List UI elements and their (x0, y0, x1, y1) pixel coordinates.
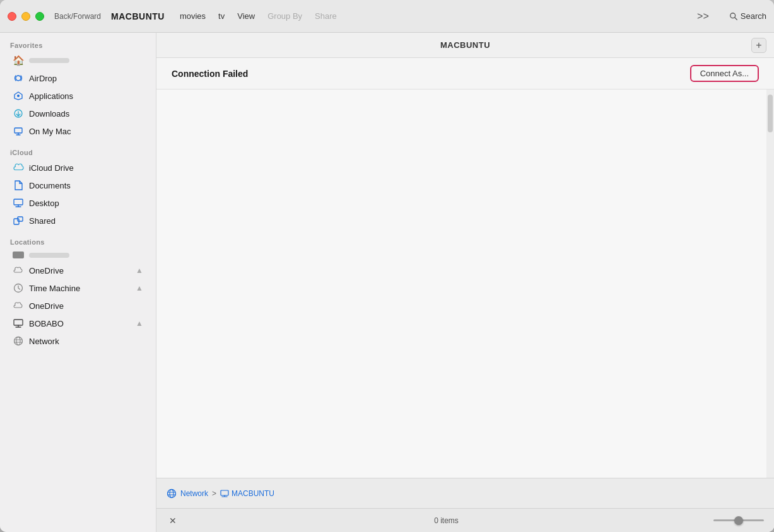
statusbar: Network > MACBUNTU (156, 478, 774, 508)
bobabo-label: BOBABO (29, 319, 131, 328)
breadcrumb-current: MACBUNTU (232, 489, 274, 498)
search-button[interactable]: Search (729, 11, 766, 21)
breadcrumb-separator: > (212, 489, 216, 498)
toolbar-tv[interactable]: tv (218, 11, 225, 21)
sidebar-item-network[interactable]: Network (4, 332, 152, 350)
sidebar-item-time-machine[interactable]: Time Machine ▲ (4, 279, 152, 297)
svg-rect-6 (14, 199, 23, 205)
main-area: Favorites 🏠 AirDrop (0, 33, 774, 532)
sidebar-item-airdrop[interactable]: AirDrop (4, 69, 152, 87)
content-header: MACBUNTU + (156, 33, 774, 58)
scrollbar-thumb[interactable] (768, 95, 773, 132)
applications-label: Applications (29, 91, 143, 101)
svg-rect-5 (15, 128, 22, 133)
toolbar-group-by[interactable]: Group By (267, 11, 302, 21)
network-globe-icon (167, 489, 177, 499)
scrollbar-track[interactable] (766, 90, 774, 478)
onedrive1-icon (13, 265, 24, 276)
sidebar-item-home[interactable]: 🏠 (4, 52, 152, 69)
toolbar-movies[interactable]: movies (180, 11, 206, 21)
search-icon (729, 12, 738, 21)
documents-label: Documents (29, 181, 143, 190)
svg-rect-19 (221, 490, 228, 495)
back-forward-label[interactable]: Back/Forward (54, 12, 101, 21)
connect-as-button[interactable]: Connect As... (690, 65, 759, 82)
shared-icon (13, 215, 24, 226)
add-icon: + (756, 40, 761, 51)
close-x-button[interactable]: ✕ (167, 514, 179, 527)
documents-icon (13, 180, 24, 191)
sidebar-item-on-my-mac[interactable]: On My Mac (4, 122, 152, 140)
onedrive1-eject[interactable]: ▲ (136, 266, 143, 275)
nav-back-forward[interactable]: Back/Forward (54, 12, 101, 21)
content-title: MACBUNTU (440, 40, 490, 50)
onedrive2-label: OneDrive (29, 301, 143, 311)
sidebar: Favorites 🏠 AirDrop (0, 33, 156, 532)
on-my-mac-label: On My Mac (29, 127, 143, 136)
toolbar-more-button[interactable]: >> (697, 11, 709, 22)
desktop-label: Desktop (29, 199, 143, 208)
svg-point-11 (15, 337, 23, 345)
close-button[interactable] (8, 12, 16, 21)
svg-point-2 (16, 76, 21, 81)
connection-failed-text: Connection Failed (172, 69, 690, 79)
airdrop-label: AirDrop (29, 74, 143, 83)
content-body (156, 90, 774, 478)
breadcrumb: Network > MACBUNTU (167, 489, 274, 499)
home-label-pill (29, 58, 69, 63)
disk-label-pill (29, 253, 69, 258)
svg-point-15 (168, 489, 176, 497)
sidebar-item-onedrive2[interactable]: OneDrive (4, 297, 152, 315)
window-title: MACBUNTU (111, 11, 165, 21)
toolbar-share[interactable]: Share (315, 11, 337, 21)
svg-rect-10 (14, 320, 23, 325)
slider-track[interactable] (713, 519, 764, 521)
bobabo-icon (13, 318, 24, 329)
onedrive1-label: OneDrive (29, 266, 131, 275)
icloud-header: iCloud (0, 140, 156, 159)
sidebar-item-shared[interactable]: Shared (4, 212, 152, 229)
onedrive2-icon (13, 300, 24, 311)
toolbar-view[interactable]: View (237, 11, 255, 21)
add-button[interactable]: + (751, 38, 766, 53)
connection-failed-bar: Connection Failed Connect As... (156, 58, 774, 90)
sidebar-item-applications[interactable]: Applications (4, 87, 152, 105)
minimize-button[interactable] (21, 12, 30, 21)
icloud-drive-label: iCloud Drive (29, 163, 143, 173)
network-label: Network (29, 337, 143, 346)
icloud-drive-icon (13, 162, 24, 173)
items-count: 0 items (179, 516, 713, 525)
sidebar-item-downloads[interactable]: Downloads (4, 105, 152, 122)
airdrop-icon (13, 72, 24, 84)
sidebar-item-onedrive1[interactable]: OneDrive ▲ (4, 262, 152, 279)
home-icon: 🏠 (13, 55, 24, 66)
desktop-icon (13, 197, 24, 209)
toolbar-items: movies tv View Group By Share >> Search (180, 11, 766, 22)
traffic-lights (8, 12, 44, 21)
svg-line-1 (735, 17, 737, 20)
shared-label: Shared (29, 216, 143, 226)
sidebar-item-icloud-drive[interactable]: iCloud Drive (4, 159, 152, 176)
breadcrumb-macbuntu: MACBUNTU (220, 489, 274, 498)
svg-point-3 (17, 95, 20, 97)
favorites-header: Favorites (0, 33, 156, 52)
sidebar-item-desktop[interactable]: Desktop (4, 194, 152, 212)
slider-thumb[interactable] (734, 516, 743, 525)
zoom-slider[interactable] (713, 519, 764, 521)
downloads-label: Downloads (29, 109, 143, 119)
time-machine-eject[interactable]: ▲ (136, 284, 143, 292)
sidebar-item-disk[interactable] (4, 248, 152, 262)
downloads-icon (13, 108, 24, 119)
finder-window: Back/Forward MACBUNTU movies tv View Gro… (0, 0, 774, 532)
sidebar-item-documents[interactable]: Documents (4, 176, 152, 194)
bobabo-eject[interactable]: ▲ (136, 319, 143, 328)
locations-header: Locations (0, 229, 156, 248)
maximize-button[interactable] (35, 12, 44, 21)
disk-icon (13, 252, 24, 258)
breadcrumb-network[interactable]: Network (180, 489, 208, 498)
svg-point-12 (16, 337, 20, 345)
sidebar-item-bobabo[interactable]: BOBABO ▲ (4, 315, 152, 332)
on-my-mac-icon (13, 125, 24, 137)
search-label: Search (741, 11, 766, 21)
titlebar: Back/Forward MACBUNTU movies tv View Gro… (0, 0, 774, 33)
